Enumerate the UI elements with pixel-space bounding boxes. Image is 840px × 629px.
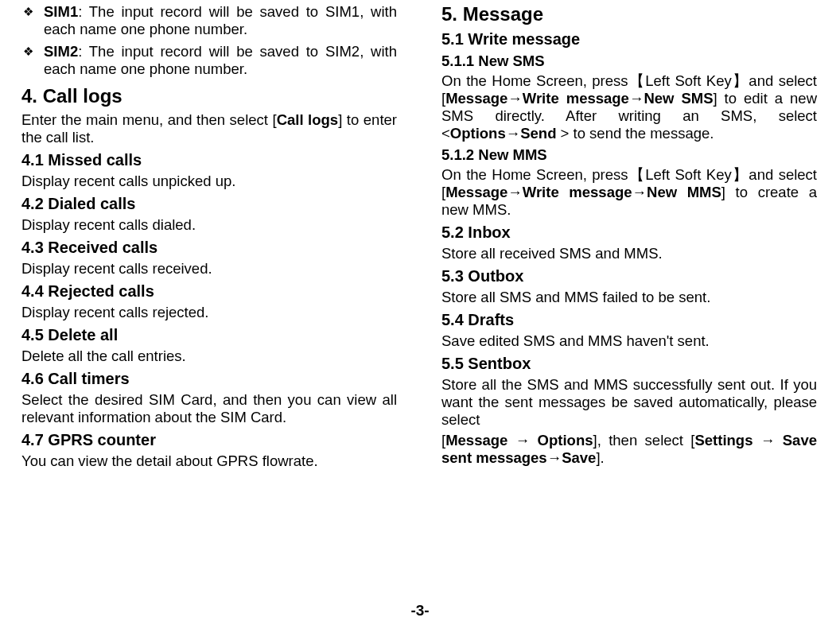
call-timers-body: Select the desired SIM Card, and then yo… [21,391,397,426]
new-mms-body: On the Home Screen, press【Left Soft Key】… [441,166,817,219]
delete-all-body: Delete all the call entries. [21,348,397,365]
bullet-sim2: ❖ SIM2: The input record will be saved t… [21,43,397,78]
heading-received-calls: 4.3 Received calls [21,239,397,257]
gprs-counter-body: You can view the detail about GPRS flowr… [21,452,397,470]
sentbox-body-2: [Message → Options], then select [Settin… [441,432,817,467]
heading-dialed-calls: 4.2 Dialed calls [21,195,397,213]
sentbox-body-1: Store all the SMS and MMS successfully s… [441,376,817,429]
heading-message: 5. Message [441,3,817,25]
call-logs-intro: Enter the main menu, and then select [Ca… [21,111,397,146]
received-calls-body: Display recent calls received. [21,260,397,278]
diamond-icon: ❖ [21,43,44,78]
dialed-calls-body: Display recent calls dialed. [21,216,397,234]
heading-call-timers: 4.6 Call timers [21,370,397,388]
heading-delete-all: 4.5 Delete all [21,326,397,344]
heading-write-message: 5.1 Write message [441,30,817,49]
rejected-calls-body: Display recent calls rejected. [21,304,397,321]
drafts-body: Save edited SMS and MMS haven't sent. [441,332,817,350]
heading-gprs-counter: 4.7 GPRS counter [21,431,397,449]
heading-call-logs: 4. Call logs [21,85,397,107]
missed-calls-body: Display recent calls unpicked up. [21,173,397,190]
heading-new-sms: 5.1.1 New SMS [441,52,817,70]
page-number: -3- [0,602,840,619]
diamond-icon: ❖ [21,3,44,38]
heading-new-mms: 5.1.2 New MMS [441,146,817,164]
new-sms-body: On the Home Screen, press【Left Soft Key】… [441,72,817,142]
outbox-body: Store all SMS and MMS failed to be sent. [441,289,817,306]
heading-drafts: 5.4 Drafts [441,311,817,329]
heading-inbox: 5.2 Inbox [441,223,817,242]
heading-outbox: 5.3 Outbox [441,267,817,285]
right-column: 5. Message 5.1 Write message 5.1.1 New S… [441,3,817,473]
bullet-sim1: ❖ SIM1: The input record will be saved t… [21,3,397,38]
bullet-sim1-text: SIM1: The input record will be saved to … [44,3,397,38]
heading-sentbox: 5.5 Sentbox [441,355,817,373]
left-column: ❖ SIM1: The input record will be saved t… [21,3,397,473]
bullet-sim2-text: SIM2: The input record will be saved to … [44,43,397,78]
heading-missed-calls: 4.1 Missed calls [21,151,397,169]
inbox-body: Store all received SMS and MMS. [441,245,817,262]
heading-rejected-calls: 4.4 Rejected calls [21,282,397,301]
